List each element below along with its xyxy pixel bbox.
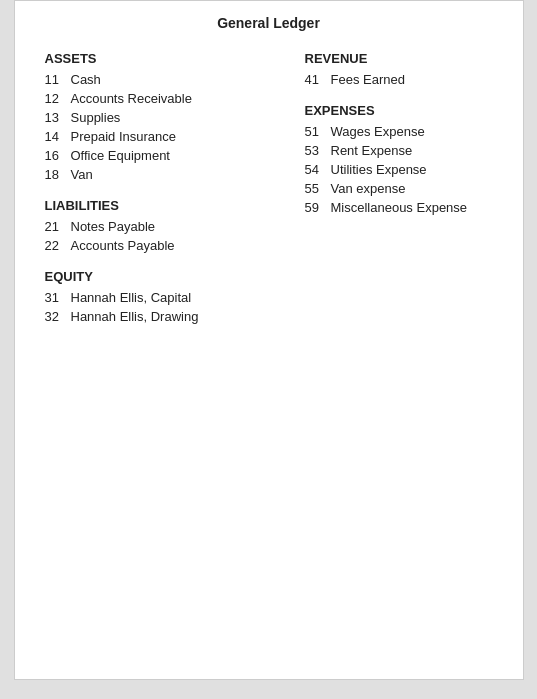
account-number: 12 — [45, 91, 71, 106]
account-number: 21 — [45, 219, 71, 234]
account-name: Hannah Ellis, Capital — [71, 290, 275, 305]
list-item: 21 Notes Payable — [45, 219, 275, 234]
account-number: 22 — [45, 238, 71, 253]
account-number: 55 — [305, 181, 331, 196]
account-name: Prepaid Insurance — [71, 129, 275, 144]
account-name: Van expense — [331, 181, 505, 196]
list-item: 59 Miscellaneous Expense — [305, 200, 505, 215]
expenses-header: EXPENSES — [305, 103, 505, 118]
assets-header: ASSETS — [45, 51, 275, 66]
list-item: 12 Accounts Receivable — [45, 91, 275, 106]
equity-header: EQUITY — [45, 269, 275, 284]
account-number: 59 — [305, 200, 331, 215]
account-name: Rent Expense — [331, 143, 505, 158]
equity-list: 31 Hannah Ellis, Capital 32 Hannah Ellis… — [45, 290, 275, 324]
expenses-list: 51 Wages Expense 53 Rent Expense 54 Util… — [305, 124, 505, 215]
account-number: 31 — [45, 290, 71, 305]
page-container: General Ledger ASSETS 11 Cash 12 Account… — [14, 0, 524, 680]
revenue-list: 41 Fees Earned — [305, 72, 505, 87]
two-columns: ASSETS 11 Cash 12 Accounts Receivable 13… — [15, 49, 523, 328]
account-name: Supplies — [71, 110, 275, 125]
account-name: Utilities Expense — [331, 162, 505, 177]
liabilities-header: LIABILITIES — [45, 198, 275, 213]
list-item: 16 Office Equipment — [45, 148, 275, 163]
expenses-section: EXPENSES 51 Wages Expense 53 Rent Expens… — [305, 103, 505, 215]
account-number: 16 — [45, 148, 71, 163]
page-title: General Ledger — [15, 15, 523, 31]
list-item: 32 Hannah Ellis, Drawing — [45, 309, 275, 324]
list-item: 11 Cash — [45, 72, 275, 87]
account-name: Cash — [71, 72, 275, 87]
right-column: REVENUE 41 Fees Earned EXPENSES 51 Wages… — [275, 49, 505, 328]
list-item: 53 Rent Expense — [305, 143, 505, 158]
account-name: Accounts Receivable — [71, 91, 275, 106]
revenue-header: REVENUE — [305, 51, 505, 66]
list-item: 51 Wages Expense — [305, 124, 505, 139]
account-name: Fees Earned — [331, 72, 505, 87]
left-column: ASSETS 11 Cash 12 Accounts Receivable 13… — [45, 49, 275, 328]
assets-list: 11 Cash 12 Accounts Receivable 13 Suppli… — [45, 72, 275, 182]
list-item: 13 Supplies — [45, 110, 275, 125]
list-item: 31 Hannah Ellis, Capital — [45, 290, 275, 305]
account-number: 51 — [305, 124, 331, 139]
liabilities-list: 21 Notes Payable 22 Accounts Payable — [45, 219, 275, 253]
account-name: Office Equipment — [71, 148, 275, 163]
account-number: 54 — [305, 162, 331, 177]
account-name: Hannah Ellis, Drawing — [71, 309, 275, 324]
list-item: 18 Van — [45, 167, 275, 182]
list-item: 41 Fees Earned — [305, 72, 505, 87]
account-number: 11 — [45, 72, 71, 87]
list-item: 14 Prepaid Insurance — [45, 129, 275, 144]
list-item: 54 Utilities Expense — [305, 162, 505, 177]
account-name: Notes Payable — [71, 219, 275, 234]
list-item: 22 Accounts Payable — [45, 238, 275, 253]
equity-section: EQUITY 31 Hannah Ellis, Capital 32 Hanna… — [45, 269, 275, 324]
account-name: Wages Expense — [331, 124, 505, 139]
account-name: Accounts Payable — [71, 238, 275, 253]
account-name: Miscellaneous Expense — [331, 200, 505, 215]
liabilities-section: LIABILITIES 21 Notes Payable 22 Accounts… — [45, 198, 275, 253]
account-number: 32 — [45, 309, 71, 324]
account-number: 13 — [45, 110, 71, 125]
account-number: 14 — [45, 129, 71, 144]
list-item: 55 Van expense — [305, 181, 505, 196]
account-number: 18 — [45, 167, 71, 182]
account-number: 41 — [305, 72, 331, 87]
account-number: 53 — [305, 143, 331, 158]
account-name: Van — [71, 167, 275, 182]
